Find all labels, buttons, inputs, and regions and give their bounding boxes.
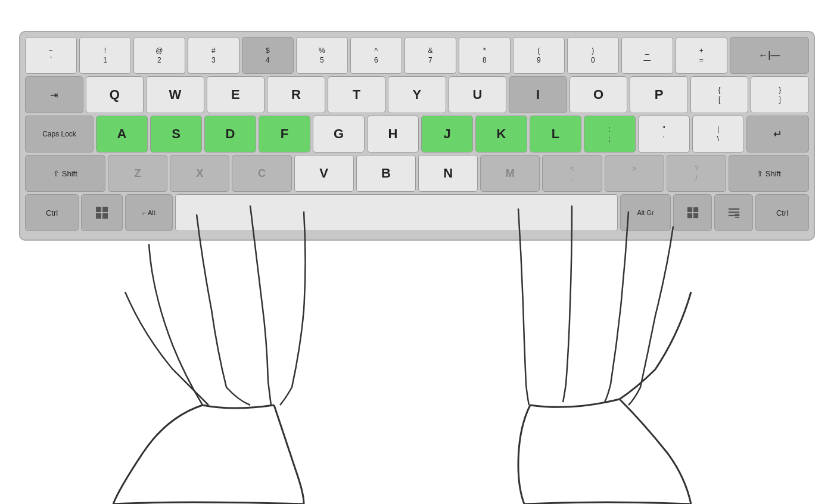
key-t[interactable]: T <box>328 76 386 113</box>
key-k[interactable]: K <box>475 116 527 153</box>
key-d[interactable]: D <box>204 116 256 153</box>
key-4[interactable]: $4 <box>242 37 294 74</box>
number-row: ~` !1 @2 #3 $4 %5 ^6 &7 <box>25 37 809 74</box>
svg-rect-7 <box>693 213 698 218</box>
bottom-row: Ctrl ⌐ Alt Alt Gr <box>25 194 809 231</box>
svg-rect-0 <box>96 207 101 212</box>
key-menu[interactable] <box>714 194 753 231</box>
key-shift-right[interactable]: ⇧ Shift <box>729 155 809 192</box>
key-h[interactable]: H <box>367 116 419 153</box>
svg-rect-12 <box>735 217 739 218</box>
key-comma[interactable]: <, <box>542 155 602 192</box>
key-minus[interactable]: _— <box>621 37 673 74</box>
key-0[interactable]: )0 <box>567 37 619 74</box>
key-win-right[interactable] <box>673 194 712 231</box>
key-5[interactable]: %5 <box>296 37 348 74</box>
keyboard: ~` !1 @2 #3 $4 %5 ^6 &7 <box>19 31 815 241</box>
key-period[interactable]: >. <box>605 155 664 192</box>
key-x[interactable]: X <box>170 155 229 192</box>
key-l[interactable]: L <box>530 116 581 153</box>
key-9[interactable]: (9 <box>513 37 565 74</box>
left-palm-left <box>113 405 203 504</box>
key-r[interactable]: R <box>267 76 325 113</box>
qwerty-row: ⇥ Q W E R T Y U I O P {[ }] <box>25 76 809 113</box>
key-2[interactable]: @2 <box>133 37 185 74</box>
key-rbracket[interactable]: }] <box>751 76 809 113</box>
left-palm-right <box>274 405 304 504</box>
key-e[interactable]: E <box>207 76 265 113</box>
key-tab[interactable]: ⇥ <box>25 76 83 113</box>
key-altgr[interactable]: Alt Gr <box>620 194 671 231</box>
svg-rect-4 <box>687 207 692 212</box>
right-palm-left <box>518 405 530 504</box>
svg-rect-9 <box>728 211 739 213</box>
svg-rect-1 <box>102 207 108 212</box>
left-palm-top <box>203 405 274 408</box>
key-w[interactable]: W <box>146 76 204 113</box>
key-s[interactable]: S <box>150 116 202 153</box>
key-o[interactable]: O <box>570 76 628 113</box>
key-8[interactable]: *8 <box>459 37 511 74</box>
key-ctrl-right[interactable]: Ctrl <box>755 194 809 231</box>
key-enter[interactable]: ↵ <box>746 116 809 153</box>
key-backtick[interactable]: ~` <box>25 37 77 74</box>
svg-rect-8 <box>728 209 739 210</box>
key-space[interactable] <box>175 194 618 231</box>
svg-rect-3 <box>102 213 108 219</box>
key-i[interactable]: I <box>509 76 567 113</box>
key-c[interactable]: C <box>232 155 291 192</box>
key-3[interactable]: #3 <box>188 37 239 74</box>
shift-row: ⇧ Shift Z X C V B N M <, >. ?/ ⇧ Shift <box>25 155 809 192</box>
key-7[interactable]: &7 <box>404 37 456 74</box>
key-j[interactable]: J <box>421 116 473 153</box>
key-y[interactable]: Y <box>388 76 446 113</box>
left-pinky <box>149 244 203 405</box>
key-capslock[interactable]: Caps Lock <box>25 116 94 153</box>
right-palm-top <box>530 399 620 407</box>
right-thumb <box>620 292 691 399</box>
key-shift-left[interactable]: ⇧ Shift <box>25 155 105 192</box>
key-6[interactable]: ^6 <box>350 37 402 74</box>
key-z[interactable]: Z <box>108 155 167 192</box>
svg-rect-11 <box>735 215 739 216</box>
key-v[interactable]: V <box>294 155 354 192</box>
key-f[interactable]: F <box>259 116 310 153</box>
left-thumb <box>125 292 208 405</box>
scene: ~` !1 @2 #3 $4 %5 ^6 &7 <box>0 0 834 504</box>
key-u[interactable]: U <box>449 76 507 113</box>
svg-rect-5 <box>693 207 698 212</box>
key-alt-left[interactable]: ⌐ Alt <box>125 194 173 231</box>
key-slash[interactable]: ?/ <box>667 155 726 192</box>
key-n[interactable]: N <box>418 155 478 192</box>
key-win-left[interactable] <box>81 194 123 231</box>
right-palm-right <box>620 399 691 504</box>
svg-rect-6 <box>687 213 692 218</box>
left-ring <box>197 214 250 405</box>
windows-logo-icon <box>95 206 109 220</box>
key-backslash[interactable]: |\ <box>692 116 744 153</box>
svg-rect-2 <box>96 213 101 219</box>
key-g[interactable]: G <box>313 116 365 153</box>
key-quote[interactable]: "' <box>638 116 690 153</box>
key-ctrl-left[interactable]: Ctrl <box>25 194 79 231</box>
windows-logo-right-icon <box>686 206 699 219</box>
key-semicolon[interactable]: :; <box>584 116 636 153</box>
key-q[interactable]: Q <box>86 76 144 113</box>
key-a[interactable]: A <box>96 116 148 153</box>
key-b[interactable]: B <box>356 155 416 192</box>
svg-rect-13 <box>735 214 739 215</box>
key-p[interactable]: P <box>630 76 688 113</box>
menu-icon <box>727 206 740 219</box>
key-m[interactable]: M <box>480 155 540 192</box>
key-lbracket[interactable]: {[ <box>690 76 749 113</box>
right-pinky <box>628 226 673 405</box>
key-backspace[interactable]: ←|— <box>730 37 809 74</box>
home-row: Caps Lock A S D F G H J K L :; "' |\ ↵ <box>25 116 809 153</box>
key-1[interactable]: !1 <box>79 37 131 74</box>
key-equals[interactable]: += <box>676 37 727 74</box>
